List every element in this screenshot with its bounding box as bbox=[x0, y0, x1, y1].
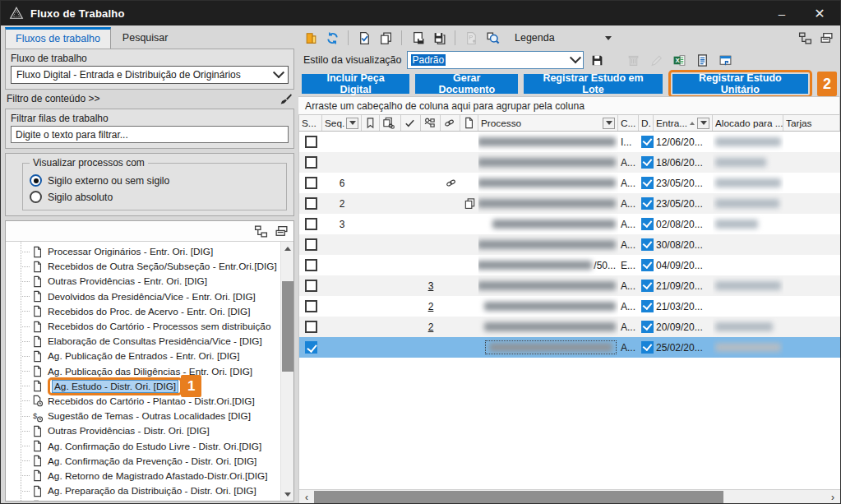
table-row[interactable]: 6A...23/05/20... bbox=[299, 173, 840, 193]
column-header-tarjas[interactable]: Tarjas bbox=[783, 115, 840, 131]
table-row[interactable]: I...12/06/20... bbox=[299, 132, 840, 152]
cell-sel[interactable] bbox=[299, 193, 322, 214]
select-all-icon[interactable] bbox=[355, 29, 373, 47]
tree-item[interactable]: Elaboração de Consultas Presidência/Vice… bbox=[16, 334, 280, 349]
tree-item[interactable]: Ag. Confirmação da Prevenção - Distr. Or… bbox=[16, 454, 280, 469]
cell-sel[interactable] bbox=[299, 234, 322, 255]
action-button-incluir-pe-a-digital[interactable]: Incluir Peça Digital bbox=[302, 74, 409, 94]
scroll-right-arrow[interactable]: › bbox=[825, 492, 840, 503]
save-page-icon[interactable] bbox=[409, 29, 427, 47]
legend-dropdown[interactable]: Legenda bbox=[510, 29, 617, 47]
content-filter-link[interactable]: Filtro de conteúdo >> bbox=[7, 93, 279, 104]
row-checkbox[interactable] bbox=[305, 156, 317, 169]
scrollbar-track[interactable] bbox=[314, 490, 825, 504]
cell-sel[interactable] bbox=[299, 214, 322, 234]
save-all-icon[interactable] bbox=[430, 29, 448, 47]
column-header-pageslink[interactable] bbox=[380, 115, 401, 131]
tree-item[interactable]: Ag. Confirmação do Estudo Livre - Distr.… bbox=[16, 438, 280, 453]
report-icon[interactable] bbox=[694, 51, 712, 69]
row-checkbox[interactable] bbox=[305, 341, 317, 354]
sequence-link[interactable]: 2 bbox=[428, 321, 434, 333]
filter-dropdown-button[interactable] bbox=[346, 118, 358, 129]
column-header-bookmark[interactable] bbox=[362, 115, 380, 131]
tree-item[interactable]: Recebidos do Cartório - Processos sem di… bbox=[16, 319, 280, 334]
tree-item[interactable]: Devolvidos da Presidência/Vice - Entr. O… bbox=[16, 289, 280, 304]
column-header-page[interactable] bbox=[460, 115, 478, 131]
tree-item[interactable]: Processar Originários - Entr. Ori. [DIG] bbox=[16, 244, 280, 259]
row-checkbox[interactable] bbox=[305, 218, 317, 230]
tree-vertical-scrollbar[interactable] bbox=[280, 242, 293, 501]
column-header-sel[interactable]: S... bbox=[299, 115, 322, 131]
close-button[interactable]: ✕ bbox=[801, 1, 839, 25]
queue-filter-input[interactable]: Digite o texto para filtrar... bbox=[11, 126, 289, 143]
column-header-entrada[interactable]: Entra... bbox=[654, 115, 713, 131]
table-row[interactable]: /50...E...04/09/20... bbox=[299, 255, 840, 275]
view-style-combobox[interactable]: Padrão bbox=[407, 51, 584, 69]
row-checkbox[interactable] bbox=[305, 300, 317, 312]
tree-item[interactable]: Ag. Publicação das Diligências - Entr. O… bbox=[16, 364, 280, 379]
folder-icon[interactable] bbox=[302, 29, 320, 47]
table-row[interactable]: 3A...02/08/20... bbox=[299, 214, 840, 234]
preview-search-icon[interactable] bbox=[483, 29, 501, 47]
expand-hierarchy-icon[interactable] bbox=[254, 224, 268, 238]
tree-item[interactable]: Ag. Retorno de Magistrado Afastado-Distr… bbox=[16, 469, 280, 483]
column-header-org[interactable] bbox=[421, 115, 441, 131]
scroll-down-arrow[interactable] bbox=[281, 488, 293, 501]
save-style-icon[interactable] bbox=[589, 51, 607, 69]
column-header-check[interactable] bbox=[401, 115, 421, 131]
tree-item[interactable]: Outras Providências - Distr. Ori. [DIG] bbox=[16, 423, 280, 438]
tab-pesquisar[interactable]: Pesquisar bbox=[113, 27, 178, 49]
row-checkbox[interactable] bbox=[305, 259, 317, 271]
filter-dropdown-button[interactable] bbox=[697, 118, 709, 129]
filter-dropdown-button[interactable] bbox=[603, 118, 615, 129]
table-row[interactable]: 2A...21/03/20... bbox=[299, 296, 840, 317]
row-checkbox[interactable] bbox=[305, 280, 317, 292]
table-row[interactable]: 2A...23/05/20... bbox=[299, 193, 840, 214]
action-button-registrar-estudo-unit-rio[interactable]: Registrar Estudo Unitário bbox=[672, 74, 808, 94]
action-button-registrar-estudo-em-lote[interactable]: Registrar Estudo em Lote bbox=[524, 74, 662, 94]
row-checkbox[interactable] bbox=[305, 177, 317, 189]
radio-sigilo-absoluto[interactable]: Sigilo absoluto bbox=[30, 191, 280, 203]
tree-item[interactable]: $Sugestão de Temas - Outras Localidades … bbox=[16, 409, 280, 423]
tree-item[interactable]: Recebidos do Proc. de Acervo - Entr. Ori… bbox=[16, 304, 280, 319]
clear-filter-brush-icon[interactable] bbox=[279, 92, 293, 106]
horizontal-scrollbar[interactable]: ‹ › bbox=[299, 489, 840, 504]
deselect-all-icon[interactable] bbox=[377, 29, 395, 47]
column-header-chain[interactable] bbox=[441, 115, 460, 131]
tree-item[interactable]: Recebidos do Cartório - Plantao - Distr.… bbox=[16, 394, 280, 409]
tree-item[interactable]: Ag. Estudo - Distr. Ori. [DIG]1 bbox=[16, 379, 280, 394]
table-row[interactable]: A...30/08/20... bbox=[299, 234, 840, 255]
cell-sel[interactable] bbox=[299, 337, 322, 358]
cell-sel[interactable] bbox=[299, 317, 322, 337]
row-checkbox[interactable] bbox=[305, 136, 317, 148]
cell-sel[interactable] bbox=[299, 296, 322, 317]
row-checkbox[interactable] bbox=[305, 321, 317, 333]
column-header-d[interactable]: D. bbox=[639, 115, 654, 131]
collapse-hierarchy-icon[interactable] bbox=[817, 29, 835, 47]
open-window-icon[interactable] bbox=[717, 51, 735, 69]
collapse-hierarchy-icon[interactable] bbox=[275, 224, 289, 238]
cell-sel[interactable] bbox=[299, 173, 322, 193]
tree-item[interactable]: Ag. Publicação de Entrados - Entr. Ori. … bbox=[16, 349, 280, 363]
table-row[interactable]: 3A...21/09/20... bbox=[299, 275, 840, 296]
minimize-button[interactable]: – bbox=[763, 1, 801, 25]
tree-item[interactable]: Outras Providências - Entr. Ori. [DIG] bbox=[16, 274, 280, 289]
row-checkbox[interactable] bbox=[305, 238, 317, 251]
flow-dropdown[interactable]: Fluxo Digital - Entrada e Distribuição d… bbox=[11, 66, 289, 84]
action-button-gerar-documento[interactable]: Gerar Documento bbox=[415, 74, 518, 94]
tab-fluxos-de-trabalho[interactable]: Fluxos de trabalho bbox=[5, 27, 111, 49]
radio-sigilo-externo[interactable]: Sigilo externo ou sem sigilo bbox=[30, 174, 280, 187]
cell-sel[interactable] bbox=[299, 152, 322, 173]
scroll-left-arrow[interactable]: ‹ bbox=[299, 492, 314, 503]
column-header-seq[interactable]: Seq. bbox=[322, 115, 362, 131]
cell-sel[interactable] bbox=[299, 255, 322, 275]
table-row[interactable]: A...18/06/20... bbox=[299, 152, 840, 173]
tree-item[interactable]: Ag. Preparação da Distribuição - Distr. … bbox=[16, 483, 280, 498]
export-excel-icon[interactable]: X bbox=[671, 51, 689, 69]
refresh-icon[interactable] bbox=[323, 29, 341, 47]
table-row[interactable]: 2A...20/09/20... bbox=[299, 317, 840, 337]
cell-sel[interactable] bbox=[299, 275, 322, 296]
sequence-link[interactable]: 2 bbox=[428, 301, 434, 312]
scrollbar-thumb[interactable] bbox=[314, 491, 723, 504]
sequence-link[interactable]: 3 bbox=[428, 280, 434, 292]
